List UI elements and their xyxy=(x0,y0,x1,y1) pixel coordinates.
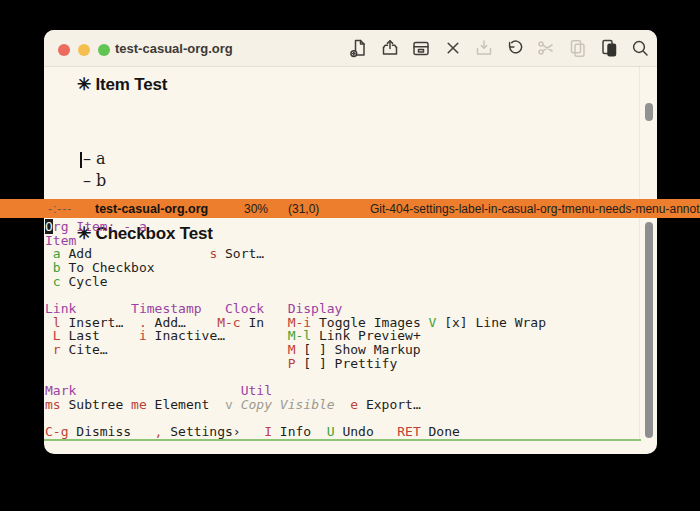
modeline-cursor-position: (31,0) xyxy=(288,199,319,218)
menu-text: Settings› xyxy=(162,424,264,439)
menu-text: Copy Visible xyxy=(233,397,335,412)
menu-line: Link Timestamp Clock Display xyxy=(45,302,546,316)
menu-line: P [ ] Prettify xyxy=(45,357,546,371)
window-title: test-casual-org.org xyxy=(115,30,233,66)
menu-line: L Last i Inactive… M-l Link Preview+ xyxy=(45,329,546,343)
scrollbar-thumb[interactable] xyxy=(645,222,653,438)
modeline: -:--- test-casual-org.org 30% (31,0) Git… xyxy=(0,199,700,218)
menu-text: Export… xyxy=(358,397,421,412)
menu-line: ms Subtree me Element v Copy Visible e E… xyxy=(45,398,546,412)
menu-text: Subtree xyxy=(61,397,131,412)
menu-text: Done xyxy=(421,424,460,439)
menu-text: Dismiss xyxy=(68,424,154,439)
menu-text: Undo xyxy=(335,424,398,439)
menu-key[interactable]: c xyxy=(53,274,61,289)
menu-scrollbar[interactable] xyxy=(639,218,657,439)
transient-menu-buffer: Org Item: - aItem a Add s Sort… b To Che… xyxy=(44,218,657,439)
text-cursor xyxy=(80,152,82,168)
menu-line: Org Item: - a xyxy=(45,220,546,234)
titlebar: test-casual-org.org xyxy=(44,30,657,67)
emacs-window: test-casual-org.org ✳ Item Test – a– b– … xyxy=(44,30,657,454)
menu-line: a Add s Sort… xyxy=(45,247,546,261)
menu-text: [x] Line Wrap xyxy=(436,315,546,330)
org-list-item: – b xyxy=(83,170,106,192)
toolbar xyxy=(348,30,651,66)
paste-icon[interactable] xyxy=(598,37,620,59)
undo-icon[interactable] xyxy=(504,37,526,59)
menu-line: Item xyxy=(45,234,546,248)
save-icon[interactable] xyxy=(410,37,432,59)
menu-key[interactable]: me xyxy=(131,397,147,412)
menu-text: Element xyxy=(147,397,225,412)
org-buffer-scrollbar[interactable] xyxy=(639,66,657,199)
transient-menu-lines: Org Item: - aItem a Add s Sort… b To Che… xyxy=(45,220,546,439)
menu-key[interactable]: C-g xyxy=(45,424,68,439)
menu-text xyxy=(335,397,351,412)
traffic-lights xyxy=(58,44,110,56)
menu-key[interactable]: e xyxy=(350,397,358,412)
modeline-vc-branch: Git-404-settings-label-in-casual-org-tme… xyxy=(370,199,700,218)
org-heading: ✳ Item Test xyxy=(77,74,167,95)
scrollbar-thumb[interactable] xyxy=(645,103,653,121)
menu-key[interactable]: RET xyxy=(397,424,420,439)
menu-line xyxy=(45,411,546,425)
close-window-button[interactable] xyxy=(58,44,70,56)
menu-line: Mark Util xyxy=(45,384,546,398)
menu-line: c Cycle xyxy=(45,275,546,289)
save-as-icon xyxy=(473,37,495,59)
screenshot-stage: test-casual-org.org ✳ Item Test – a– b– … xyxy=(0,0,700,511)
menu-text: Cycle xyxy=(61,274,108,289)
menu-line: C-g Dismiss , Settings› I Info U Undo RE… xyxy=(45,425,546,439)
new-file-icon[interactable] xyxy=(348,37,370,59)
zoom-window-button[interactable] xyxy=(98,44,110,56)
modeline-status: -:--- xyxy=(48,199,72,218)
menu-line: b To Checkbox xyxy=(45,261,546,275)
copy-icon xyxy=(567,37,589,59)
menu-text: Sort… xyxy=(217,246,264,261)
menu-key[interactable]: I xyxy=(264,424,272,439)
menu-line: l Insert… . Add… M-c In M-i Toggle Image… xyxy=(45,316,546,330)
org-buffer[interactable]: ✳ Item Test – a– b– c ✳ Checkbox Test xyxy=(44,66,657,199)
menu-key[interactable]: U xyxy=(327,424,335,439)
open-file-icon[interactable] xyxy=(379,37,401,59)
menu-line: r Cite… M [ ] Show Markup xyxy=(45,343,546,357)
menu-bottom-rule xyxy=(44,439,641,441)
menu-text: v xyxy=(225,397,233,412)
menu-line xyxy=(45,288,546,302)
cut-icon xyxy=(535,37,557,59)
menu-line xyxy=(45,370,546,384)
menu-text: Info xyxy=(272,424,327,439)
modeline-percent: 30% xyxy=(244,199,268,218)
org-list-item: – a xyxy=(83,148,106,170)
modeline-buffer-name: test-casual-org.org xyxy=(95,199,208,218)
search-icon[interactable] xyxy=(629,37,651,59)
menu-text: [ ] Prettify xyxy=(295,356,397,371)
close-buffer-icon[interactable] xyxy=(442,37,464,59)
menu-text xyxy=(45,356,288,371)
minimize-window-button[interactable] xyxy=(78,44,90,56)
